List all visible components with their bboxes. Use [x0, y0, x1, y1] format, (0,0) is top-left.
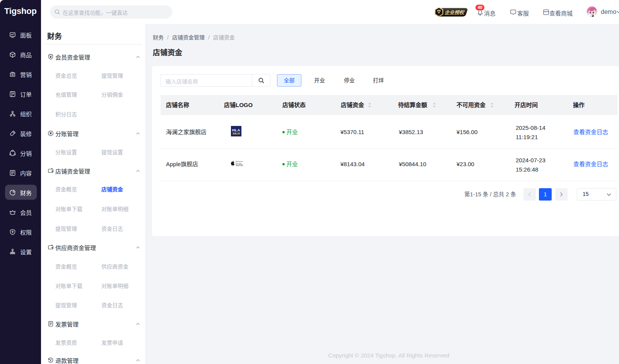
svg-text:授权经销商: 授权经销商 — [236, 164, 243, 167]
svg-text:海澜之家: 海澜之家 — [233, 132, 240, 135]
svg-text:Reseller: Reseller — [236, 162, 242, 164]
svg-text:企业授权: 企业授权 — [445, 10, 465, 15]
svg-text:HLA: HLA — [232, 128, 240, 132]
